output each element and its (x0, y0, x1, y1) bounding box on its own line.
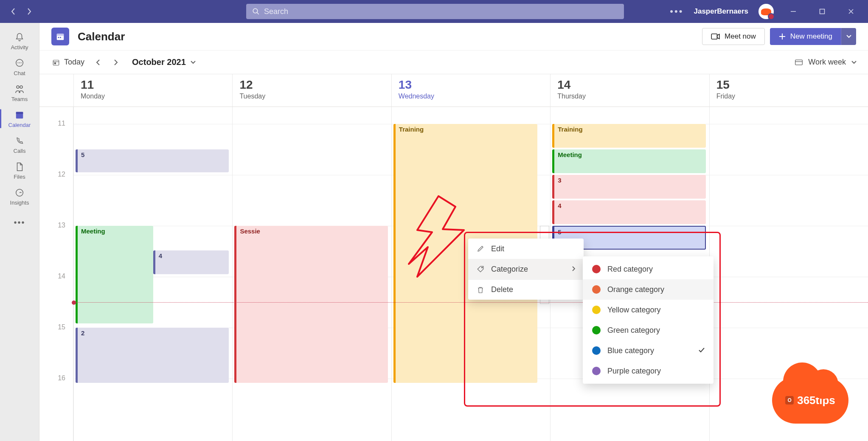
chat-icon (14, 58, 25, 68)
window-maximize[interactable] (818, 7, 826, 16)
col-fri[interactable] (709, 107, 868, 441)
cat-green[interactable]: Green category (583, 320, 714, 340)
event-mon-2[interactable]: 2 (76, 328, 229, 383)
ctx-delete[interactable]: Delete (468, 279, 584, 300)
history-forward[interactable] (25, 8, 33, 15)
day-head-mon[interactable]: 11Monday (73, 74, 232, 107)
svg-rect-13 (60, 37, 61, 38)
new-meeting-label: New meeting (790, 32, 832, 41)
view-icon (795, 59, 803, 66)
svg-rect-12 (58, 37, 59, 38)
event-thu-4[interactable]: 4 (552, 200, 705, 224)
prev-period[interactable] (92, 56, 104, 68)
rail-teams[interactable]: Teams (0, 80, 39, 106)
rail-calls[interactable]: Calls (0, 132, 39, 157)
today-button[interactable]: Today (51, 55, 86, 69)
view-picker[interactable]: Work week (795, 58, 857, 67)
cat-orange[interactable]: Orange category (583, 279, 714, 300)
swatch-blue (592, 346, 601, 355)
page-header: Calendar Meet now New meeting (39, 23, 868, 50)
calendar-grid[interactable]: 11 12 13 14 15 16 5 Meeting 4 2 (39, 107, 868, 441)
day-head-thu[interactable]: 14Thursday (550, 74, 709, 107)
day-header-row: 11Monday 12Tuesday 13Wednesday 14Thursda… (39, 74, 868, 107)
search-input[interactable]: Search (246, 4, 624, 19)
ctx-edit[interactable]: Edit (468, 239, 584, 259)
meet-now-button[interactable]: Meet now (702, 28, 765, 45)
event-tue-sessie[interactable]: Sessie (234, 226, 388, 383)
next-period[interactable] (110, 56, 122, 68)
rail-label: Calls (14, 148, 26, 154)
today-label: Today (64, 58, 84, 67)
phone-icon (14, 136, 25, 146)
rail-chat[interactable]: Chat (0, 54, 39, 80)
svg-line-1 (257, 12, 259, 14)
chevron-right-icon (572, 265, 575, 274)
calendar-icon (14, 110, 25, 120)
event-thu-training[interactable]: Training (552, 124, 705, 148)
rail-activity[interactable]: Activity (0, 28, 39, 54)
svg-point-6 (20, 86, 22, 88)
insights-icon (14, 188, 25, 198)
chevron-down-icon (190, 60, 196, 65)
col-mon[interactable]: 5 Meeting 4 2 (73, 107, 232, 441)
left-nav-rail: Activity Chat Teams Calendar Calls Files… (0, 23, 39, 441)
svg-point-5 (17, 86, 19, 88)
window-minimize[interactable] (789, 7, 798, 16)
swatch-yellow (592, 306, 601, 314)
more-options-icon[interactable]: ••• (670, 6, 683, 17)
check-icon (698, 346, 705, 355)
context-menu: Edit Categorize Delete (468, 239, 584, 300)
day-head-tue[interactable]: 12Tuesday (232, 74, 391, 107)
rail-label: Teams (11, 96, 28, 102)
svg-rect-17 (795, 60, 803, 65)
file-icon (14, 162, 25, 172)
bell-icon (14, 32, 25, 42)
category-submenu: Red category Orange category Yellow cate… (583, 256, 714, 384)
swatch-red (592, 265, 601, 273)
ctx-categorize[interactable]: Categorize (468, 259, 584, 279)
event-mon-5[interactable]: 5 (76, 149, 229, 172)
calendar-chip-icon (51, 28, 69, 45)
month-picker[interactable]: October 2021 (132, 57, 196, 67)
cat-red[interactable]: Red category (583, 259, 714, 279)
event-thu-meeting[interactable]: Meeting (552, 149, 705, 173)
svg-rect-3 (820, 9, 825, 14)
titlebar: Search ••• JasperBernaers (0, 0, 868, 23)
search-placeholder: Search (264, 7, 288, 16)
day-head-fri[interactable]: 15Friday (709, 74, 868, 107)
hour-label: 14 (39, 272, 73, 323)
event-mon-meeting[interactable]: Meeting (76, 226, 153, 323)
cat-blue[interactable]: Blue category (583, 340, 714, 361)
rail-label: Activity (11, 44, 28, 51)
cat-yellow[interactable]: Yellow category (583, 300, 714, 320)
rail-files[interactable]: Files (0, 157, 39, 183)
col-tue[interactable]: Sessie (232, 107, 391, 441)
new-meeting-button[interactable]: New meeting (770, 28, 856, 45)
main-area: Calendar Meet now New meeting Today Octo… (39, 23, 868, 441)
cat-purple[interactable]: Purple category (583, 361, 714, 381)
avatar[interactable] (758, 4, 774, 19)
event-thu-3[interactable]: 3 (552, 175, 705, 199)
history-back[interactable] (9, 8, 17, 15)
rail-label: Calendar (8, 122, 31, 128)
rail-calendar[interactable]: Calendar (0, 106, 39, 132)
tag-icon (477, 265, 484, 273)
rail-insights[interactable]: Insights (0, 183, 39, 209)
swatch-green (592, 326, 601, 334)
window-close[interactable] (847, 7, 855, 16)
rail-label: Chat (14, 70, 25, 76)
chevron-down-icon (851, 60, 857, 65)
rail-label: Files (14, 174, 25, 180)
rail-more[interactable]: ••• (0, 213, 39, 232)
teams-icon (14, 84, 25, 94)
username-label[interactable]: JasperBernaers (694, 7, 748, 16)
new-meeting-dropdown[interactable] (841, 28, 856, 45)
event-mon-4[interactable]: 4 (153, 250, 229, 274)
meet-now-label: Meet now (725, 32, 756, 41)
day-head-wed[interactable]: 13Wednesday (391, 74, 550, 107)
today-icon (52, 59, 60, 66)
svg-rect-16 (54, 62, 56, 64)
swatch-orange (592, 285, 601, 294)
view-label: Work week (808, 58, 846, 67)
swatch-purple (592, 367, 601, 375)
